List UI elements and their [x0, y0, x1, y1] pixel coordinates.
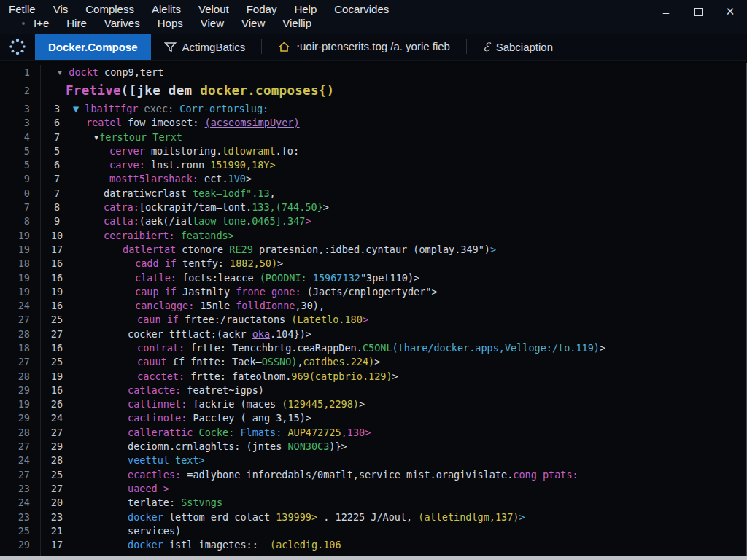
menu-item-hops[interactable]: Hops [149, 16, 192, 30]
menu-item-cocarvides[interactable]: Cocarvides [325, 2, 398, 16]
secondary-line-number: 16 [41, 342, 73, 354]
token: clatle: [135, 272, 177, 284]
code-line-1[interactable]: 1▾ dockt conp9,tert [0, 65, 747, 79]
secondary-line-number: 21 [41, 525, 73, 537]
token: taow—lone [193, 215, 246, 227]
token: catta: [104, 215, 139, 227]
token: > [277, 257, 283, 269]
menu-item-vis[interactable]: Vis [44, 2, 77, 16]
token: fow imeoset: [122, 117, 205, 128]
token: OSSNO) [262, 356, 298, 368]
code-line-25[interactable]: 2924cactinote: Pacctey (_ang_3,15)> [0, 411, 747, 425]
activity-spinner [0, 34, 35, 60]
tab-sabciaption[interactable]: ℰSabciaption [470, 34, 566, 60]
code-line-11[interactable]: 89catta:(aek(/ialtaow—lone.0465].347> [0, 214, 747, 228]
code-line-9[interactable]: 07datratiwcrlast teak—1odf".13, [0, 186, 747, 200]
line-number: 1 [0, 65, 41, 79]
menu-item-view[interactable]: View [233, 16, 274, 30]
menu-item-hire[interactable]: Hire [58, 16, 96, 30]
token: > [359, 398, 365, 410]
code-line-23[interactable]: 2916catlacte: featret~igps) [0, 383, 747, 397]
code-text: catta:(aek(/ialtaow—lone.0465].347> [104, 215, 311, 227]
code-line-29[interactable]: 2725ecactles: =adlybone inforedabls/0mat… [0, 467, 747, 481]
tab-uoir-ptenserits-tog-a-yorie-fieb[interactable]: ‧uoir-ptenserits.tog /a. yorie fieb [265, 34, 463, 60]
home-icon [278, 41, 290, 52]
horizontal-scrollbar[interactable] [0, 556, 747, 560]
code-line-4[interactable]: 36reatel fow imeoset: (acseomsimpUyer) [0, 116, 747, 130]
line-number: 24 [0, 298, 41, 312]
secondary-line-number: 25 [41, 469, 73, 481]
code-line-19[interactable]: 2827cocker tftlact:(ackr oka.104})> [0, 327, 747, 341]
code-line-26[interactable]: 2827callerattic Cocke: Flmats: AUP472725… [0, 425, 747, 439]
code-line-24[interactable]: 1926callinnet: fackrie (maces (129445,22… [0, 397, 747, 411]
token: > [392, 370, 398, 382]
code-line-31[interactable]: 2420terlate: Sstvngs [0, 496, 747, 510]
menu-item-varives[interactable]: Varives [96, 16, 149, 30]
code-line-15[interactable]: 1916clatle: focts:leacce–(POODNI: 159671… [0, 271, 747, 284]
menu-item-alelits[interactable]: Alelits [143, 2, 190, 16]
code-line-7[interactable]: 56carve: lnst.ronn 151990,18Y> [0, 158, 747, 171]
menu-item-view[interactable]: View [192, 16, 233, 30]
code-text: uaeed > [128, 483, 169, 494]
menu-item-help[interactable]: Help [285, 2, 325, 16]
token: services) [128, 525, 181, 537]
tab-docker-compose[interactable]: Docker.Compose [35, 34, 151, 60]
minimize-button[interactable]: – [655, 3, 677, 20]
code-text: reatel fow imeoset: (acseomsimpUyer) [86, 117, 300, 128]
tab-actimgbatics[interactable]: ActimgBatics [151, 34, 259, 60]
menu-item-fetlle[interactable]: Fetlle [0, 2, 44, 16]
code-line-5[interactable]: 47▾ferstour Terxt [0, 130, 747, 144]
code-text: mostt5larshack: ect.1V0> [109, 173, 252, 184]
code-line-16[interactable]: 1919caup if Jastnlty frone_gone: (Jacts/… [0, 284, 747, 298]
code-line-33[interactable]: 2521services) [0, 524, 747, 537]
code-line-27[interactable]: 2729deciomn.crnlaghlts: (jntes NON30C3)}… [0, 439, 747, 453]
code-line-17[interactable]: 2416canclagge: 15nle folldIonne,30), [0, 298, 747, 312]
code-line-21[interactable]: 2725cauut £f fntte: Taek–OSSNO),catdbes.… [0, 355, 747, 369]
code-line-8[interactable]: 97mostt5larshack: ect.1V0> [0, 172, 747, 186]
line-number: 0 [0, 186, 41, 200]
code-line-34[interactable]: 2917docker istl imagetes:: (acledig.106 [0, 538, 747, 552]
token: datratiwcrlast [104, 187, 193, 199]
code-line-30[interactable]: 2327uaeed > [0, 481, 747, 495]
code-line-18[interactable]: 2725caun if frtee:/rauctatons (Latetlo.1… [0, 313, 747, 327]
token: AUP472725 [282, 427, 341, 438]
code-text: cecraibiert: featands> [104, 230, 234, 241]
menu-item-viellip[interactable]: Viellip [274, 16, 320, 30]
code-text: caup if Jastnlty frone_gone: (Jacts/cnpl… [135, 286, 438, 298]
code-editor[interactable]: 1▾ dockt conp9,tert2Fretive([jke dem doc… [0, 63, 747, 556]
menu-item-i-e[interactable]: I+e [25, 16, 58, 30]
code-line-6[interactable]: 55cerver moilstoring.ldlowramt.fo: [0, 144, 747, 158]
code-text: ▼ lbaittfgr exec: Corr-ortorslug: [73, 103, 268, 114]
token: =adlybone inforedabls/0matlt,service_mis… [181, 469, 513, 481]
maximize-button[interactable] [687, 3, 709, 20]
token: oka [252, 328, 270, 340]
menu-item-foday[interactable]: Foday [238, 2, 286, 16]
code-line-10[interactable]: 78catra:[ockrapif/tam—lont.133,(744.50}> [0, 200, 747, 214]
code-line-20[interactable]: 1816contrat: frtte: Tencchbrtg.ceaRappDe… [0, 341, 747, 354]
secondary-line-number: 28 [41, 454, 73, 466]
code-line-22[interactable]: 2819cacctet: frtte: fateolnom.969(catpbr… [0, 369, 747, 383]
code-text: catra:[ockrapif/tam—lont.133,(744.50}> [104, 201, 329, 213]
token: (alletindlgm,137) [418, 511, 519, 523]
code-line-28[interactable]: 2428veettul text> [0, 454, 747, 467]
code-line-14[interactable]: 1816cadd if tentfy: 1882,50)> [0, 257, 747, 271]
script-e-icon: ℰ [483, 40, 490, 54]
code-line-13[interactable]: 1917datlertat ctonore RE29 pratesnion,:i… [0, 242, 747, 256]
token: conp9,tert [98, 66, 163, 78]
close-button[interactable]: ✕ [719, 3, 741, 20]
token: canclagge: [135, 300, 194, 311]
spinner-icon [8, 37, 27, 56]
token: 139999> [276, 511, 317, 523]
code-line-2[interactable]: 2Fretive([jke dem docker.composes{) [0, 79, 747, 101]
code-line-12[interactable]: 1910cecraibiert: featands> [0, 228, 747, 242]
code-line-3[interactable]: 33▼ lbaittfgr exec: Corr-ortorslug: [0, 101, 747, 115]
token: featret~igps) [181, 384, 264, 396]
token: frtee:/rauctatons [179, 314, 291, 325]
line-number: 24 [0, 454, 41, 467]
secondary-line-number: 25 [41, 356, 73, 368]
menu-item-compless[interactable]: Compless [77, 2, 143, 16]
line-number: 27 [0, 467, 41, 481]
code-line-32[interactable]: 2323docker lettom erd colact 139999> . 1… [0, 510, 747, 524]
menu-item-velout[interactable]: Velout [190, 2, 238, 16]
token: cerver [109, 145, 145, 157]
